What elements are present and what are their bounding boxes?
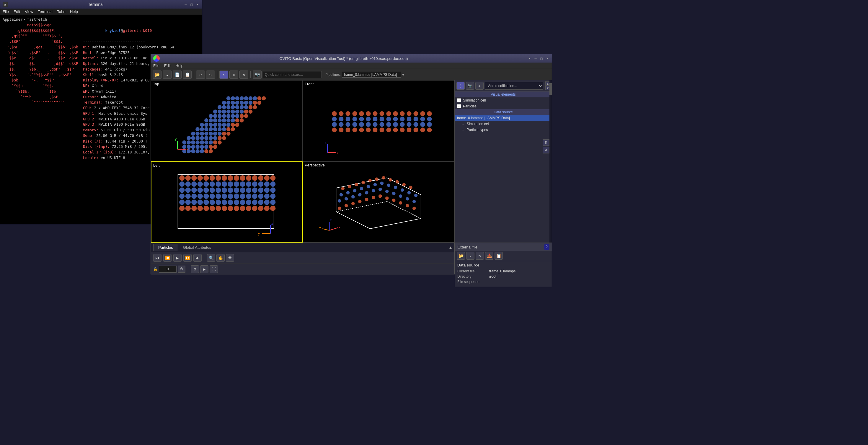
ext-export-btn[interactable]: 📋 xyxy=(495,252,503,260)
svg-point-60 xyxy=(222,123,226,127)
select-btn[interactable]: ↖ xyxy=(219,70,228,79)
panel-scrollbar[interactable] xyxy=(550,80,552,243)
play-btn[interactable]: ▶ xyxy=(173,254,182,262)
render-settings-btn[interactable]: 📷 xyxy=(466,82,474,90)
ovito-restore[interactable]: ─ xyxy=(533,56,538,61)
svg-point-50 xyxy=(222,118,226,123)
zoom-btn[interactable]: 🔍 xyxy=(207,254,215,262)
svg-point-94 xyxy=(195,140,199,145)
open-file-btn[interactable]: 📂 xyxy=(153,70,161,79)
svg-point-185 xyxy=(185,175,191,181)
top-viewport-svg: generate circles xyxy=(151,87,302,161)
svg-point-248 xyxy=(179,199,185,205)
svg-point-37 xyxy=(209,114,213,118)
copy-btn[interactable]: ⊕ xyxy=(543,147,550,154)
particle-types-sub-item[interactable]: → Particle types xyxy=(455,127,552,133)
render-tools: ⚙ ▶ ⛶ xyxy=(191,265,218,273)
undo-btn[interactable]: ↩ xyxy=(196,70,205,79)
terminal-menu-help[interactable]: Help xyxy=(70,9,78,14)
delete-btn[interactable]: 🗑 xyxy=(543,139,550,146)
add-modification-select[interactable]: Add modification... xyxy=(485,82,543,90)
svg-point-112 xyxy=(200,149,204,154)
ovito-maximize[interactable]: □ xyxy=(539,56,544,61)
pipeline-selector[interactable]: frame_0.lammps [LAMMPS Data] ▼ xyxy=(342,72,404,77)
ext-file-help-btn[interactable]: ? xyxy=(544,244,550,250)
viewport-top[interactable]: Top generate circles xyxy=(151,80,303,161)
terminal-close[interactable]: × xyxy=(195,2,199,6)
tab-global-attributes[interactable]: Global Attributes xyxy=(178,244,216,251)
svg-point-18 xyxy=(257,101,261,105)
svg-point-63 xyxy=(235,123,240,127)
ovito-window[interactable]: OVITO Basic (Open Visualization Tool) * … xyxy=(151,54,552,243)
terminal-menu-edit[interactable]: Edit xyxy=(13,9,20,14)
display-settings-btn[interactable]: ◈ xyxy=(475,82,484,90)
tab-particles[interactable]: Particles xyxy=(153,244,178,251)
pipeline-view-btn[interactable]: ⋮ xyxy=(457,82,465,90)
ovito-menu-help[interactable]: Help xyxy=(175,63,183,68)
ovito-minimize[interactable]: ▾ xyxy=(528,56,532,61)
next-frame-btn[interactable]: ⏩ xyxy=(183,254,192,262)
terminal-minimize[interactable]: ─ xyxy=(184,2,188,6)
render-tool-2[interactable]: ▶ xyxy=(200,265,209,273)
ovito-close[interactable]: × xyxy=(545,56,550,61)
svg-point-176 xyxy=(413,127,418,132)
render-tool-1[interactable]: ⚙ xyxy=(191,265,199,273)
svg-point-256 xyxy=(228,199,233,205)
terminal-menu-tabs[interactable]: Tabs xyxy=(57,9,65,14)
svg-point-160 xyxy=(407,122,411,127)
viewport-perspective[interactable]: Perspective xyxy=(303,161,454,243)
viewport-front[interactable]: Front xyxy=(303,80,454,161)
first-frame-btn[interactable]: ⏮ xyxy=(153,254,161,262)
eye-btn[interactable]: 👁 xyxy=(226,254,234,262)
screenshot-btn[interactable]: 📷 xyxy=(253,70,261,79)
particles-checkbox[interactable]: ✓ xyxy=(457,104,461,108)
cloud-btn[interactable]: ☁ xyxy=(163,70,172,79)
ovito-menu-file[interactable]: File xyxy=(153,63,159,68)
ovito-title: OVITO Basic (Open Visualization Tool) * … xyxy=(160,56,528,61)
directory-row: Directory: /root xyxy=(457,275,550,279)
terminal-maximize[interactable]: □ xyxy=(190,2,194,6)
frame-number-input[interactable] xyxy=(159,265,177,273)
ext-refresh-btn[interactable]: ↻ xyxy=(476,252,484,260)
lock-icon: 🔓 xyxy=(153,267,158,271)
last-frame-btn[interactable]: ⏭ xyxy=(193,254,202,262)
terminal-menu-terminal[interactable]: Terminal xyxy=(38,9,52,14)
viewport-left[interactable]: Left xyxy=(151,161,303,243)
prev-frame-btn[interactable]: ⏪ xyxy=(163,254,172,262)
svg-point-16 xyxy=(249,101,253,105)
rotate-btn[interactable]: ↻ xyxy=(240,70,248,79)
particles-item[interactable]: ✓ Particles xyxy=(455,103,552,109)
svg-point-80 xyxy=(222,132,226,136)
simulation-cell-sub-item[interactable]: → Simulation cell xyxy=(455,121,552,127)
pan-btn[interactable]: ✋ xyxy=(216,254,225,262)
svg-point-10 xyxy=(222,101,226,105)
svg-point-313 xyxy=(345,197,348,201)
quick-command-search[interactable] xyxy=(263,71,322,78)
move-btn[interactable]: ✥ xyxy=(229,70,238,79)
render-tool-3[interactable]: ⛶ xyxy=(210,265,218,273)
ext-cloud-btn[interactable]: ☁ xyxy=(466,252,474,260)
svg-point-62 xyxy=(231,123,235,127)
export2-btn[interactable]: 📋 xyxy=(183,70,192,79)
ovito-menu-edit[interactable]: Edit xyxy=(164,63,170,68)
ext-import-btn[interactable]: 📥 xyxy=(485,252,493,260)
svg-point-305 xyxy=(373,183,377,187)
svg-point-89 xyxy=(218,136,222,140)
svg-point-202 xyxy=(191,182,197,187)
simulation-cell-item[interactable]: ✓ Simulation cell xyxy=(455,97,552,103)
pipeline-dropdown-icon[interactable]: ▼ xyxy=(402,72,404,77)
ext-open-btn[interactable]: 📂 xyxy=(457,252,465,260)
terminal-menu-view[interactable]: View xyxy=(25,9,33,14)
frame-data-item[interactable]: frame_0.lammps [LAMMPS Data] xyxy=(455,115,552,121)
svg-point-136 xyxy=(345,117,350,121)
simulation-cell-checkbox[interactable]: ✓ xyxy=(457,98,461,102)
directory-value: /root xyxy=(489,275,496,279)
redo-btn[interactable]: ↪ xyxy=(206,70,215,79)
svg-point-82 xyxy=(187,136,191,140)
collapse-btn[interactable]: ▲ xyxy=(449,245,452,250)
export-btn[interactable]: 📄 xyxy=(173,70,182,79)
svg-point-314 xyxy=(351,195,355,199)
time-slider-btn[interactable]: ⏱ xyxy=(178,265,185,273)
terminal-menu-file[interactable]: File xyxy=(3,9,9,14)
svg-point-23 xyxy=(235,105,240,109)
